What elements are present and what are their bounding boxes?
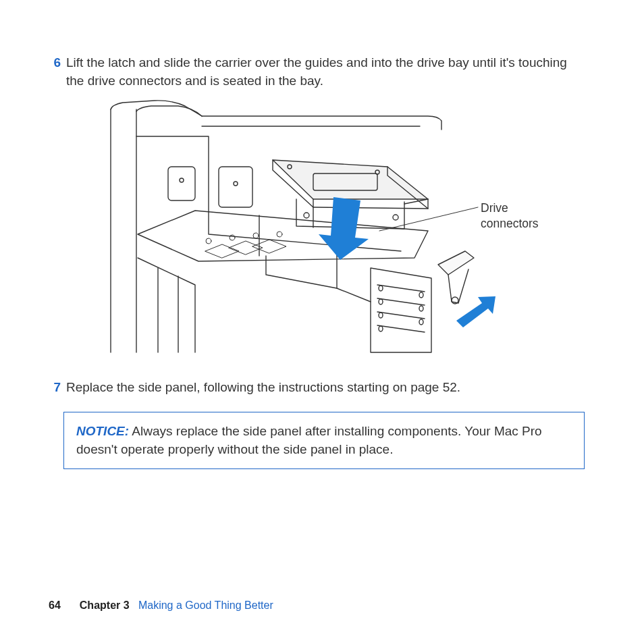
latch-arrow-icon — [456, 296, 495, 327]
page-number: 64 — [49, 599, 61, 612]
svg-point-9 — [393, 215, 398, 220]
callout-line: connectors — [481, 216, 539, 232]
drive-bay-illustration: Drive connectors — [63, 99, 589, 363]
notice-box: NOTICE: Always replace the side panel af… — [63, 412, 585, 469]
svg-point-18 — [419, 306, 423, 311]
document-page: 6 Lift the latch and slide the carrier o… — [0, 0, 644, 496]
svg-point-14 — [379, 299, 383, 304]
chapter-reference: Chapter 3 Making a Good Thing Better — [80, 599, 273, 612]
svg-point-6 — [253, 233, 259, 238]
chapter-label: Chapter 3 — [80, 599, 130, 611]
chapter-title: Making a Good Thing Better — [138, 599, 273, 611]
step-number: 7 — [49, 379, 61, 397]
instruction-step-7: 7 Replace the side panel, following the … — [49, 379, 585, 397]
svg-point-4 — [206, 238, 211, 244]
instruction-step-6: 6 Lift the latch and slide the carrier o… — [49, 54, 585, 90]
svg-rect-2 — [219, 167, 252, 207]
notice-text: Always replace the side panel after inst… — [76, 424, 542, 457]
svg-point-19 — [419, 319, 423, 325]
callout-line: Drive — [481, 200, 539, 216]
callout-drive-connectors: Drive connectors — [481, 200, 539, 232]
step-text: Lift the latch and slide the carrier ove… — [66, 54, 585, 90]
insertion-arrow-icon — [319, 197, 369, 260]
svg-point-7 — [277, 232, 282, 237]
page-footer: 64 Chapter 3 Making a Good Thing Better — [49, 599, 273, 612]
svg-rect-0 — [168, 167, 195, 200]
svg-point-13 — [379, 286, 383, 291]
svg-point-5 — [230, 235, 235, 240]
step-number: 6 — [49, 54, 61, 90]
svg-point-16 — [379, 326, 383, 331]
svg-point-17 — [419, 292, 423, 298]
svg-point-3 — [234, 182, 238, 186]
notice-label: NOTICE: — [76, 424, 129, 438]
svg-point-8 — [304, 213, 309, 218]
step-text: Replace the side panel, following the in… — [66, 379, 585, 397]
svg-point-15 — [379, 313, 383, 318]
svg-point-1 — [180, 178, 184, 182]
